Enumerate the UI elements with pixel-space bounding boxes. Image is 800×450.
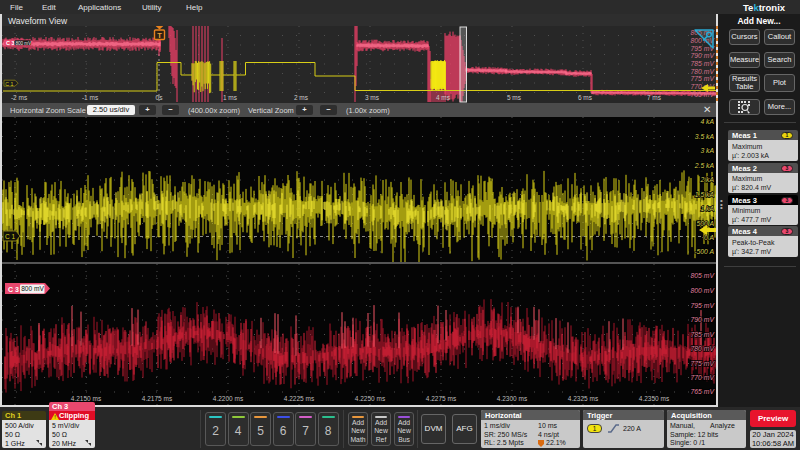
svg-text:0 A: 0 A [704,234,714,241]
svg-text:3 ms: 3 ms [365,94,380,101]
svg-text:765 mV: 765 mV [691,388,716,395]
svg-text:770 mV: 770 mV [691,374,716,381]
svg-text:775 mV: 775 mV [691,360,716,367]
svg-text:2.5 kA: 2.5 kA [694,162,715,169]
svg-text:3 kA: 3 kA [700,147,714,154]
svg-text:4 ms: 4 ms [436,94,451,101]
svg-text:-500 A: -500 A [694,248,714,255]
svg-text:-2 ms: -2 ms [11,94,28,101]
svg-text:1 ms: 1 ms [223,94,238,101]
svg-text:4.2275 ms: 4.2275 ms [426,395,457,402]
svg-text:2 ms: 2 ms [294,94,309,101]
svg-text:C 1: C 1 [5,233,16,240]
svg-text:4.2250 ms: 4.2250 ms [355,395,386,402]
svg-text:4.2325 ms: 4.2325 ms [568,395,599,402]
svg-text:C 3: C 3 [6,40,15,46]
svg-text:775 mV: 775 mV [691,75,716,82]
svg-text:780 mV: 780 mV [691,345,716,352]
svg-text:805 mV: 805 mV [691,272,716,279]
svg-text:3.5 kA: 3.5 kA [695,133,715,140]
svg-text:765 mV: 765 mV [691,91,716,98]
svg-text:7 ms: 7 ms [647,94,662,101]
svg-text:500 A: 500 A [696,220,714,227]
svg-text:1.5 kA: 1.5 kA [695,191,715,198]
svg-text:800 mV: 800 mV [21,285,44,292]
svg-text:4.2175 ms: 4.2175 ms [142,395,173,402]
svg-text:6 ms: 6 ms [578,94,593,101]
svg-text:4 kA: 4 kA [700,118,714,125]
svg-text:T: T [157,31,162,40]
svg-text:4.2350 ms: 4.2350 ms [639,395,670,402]
svg-text:785 mV: 785 mV [691,60,716,67]
svg-text:800 mV: 800 mV [15,41,32,46]
svg-text:780 mV: 780 mV [691,68,716,75]
svg-text:1 kA: 1 kA [700,205,714,212]
svg-text:800 mV: 800 mV [691,287,716,294]
svg-text:795 mV: 795 mV [691,302,716,309]
svg-text:C 1: C 1 [5,81,13,87]
svg-text:4.2150 ms: 4.2150 ms [71,395,102,402]
svg-text:-1 ms: -1 ms [82,94,99,101]
svg-text:4.2300 ms: 4.2300 ms [497,395,528,402]
svg-text:0s: 0s [156,94,164,101]
svg-text:790 mV: 790 mV [691,316,716,323]
svg-text:4.2200 ms: 4.2200 ms [213,395,244,402]
svg-text:5 ms: 5 ms [507,94,522,101]
svg-text:785 mV: 785 mV [691,331,716,338]
svg-text:790 mV: 790 mV [691,52,716,59]
svg-text:4.2225 ms: 4.2225 ms [284,395,315,402]
svg-text:2 kA: 2 kA [699,176,714,183]
svg-text:C 3: C 3 [8,286,19,293]
